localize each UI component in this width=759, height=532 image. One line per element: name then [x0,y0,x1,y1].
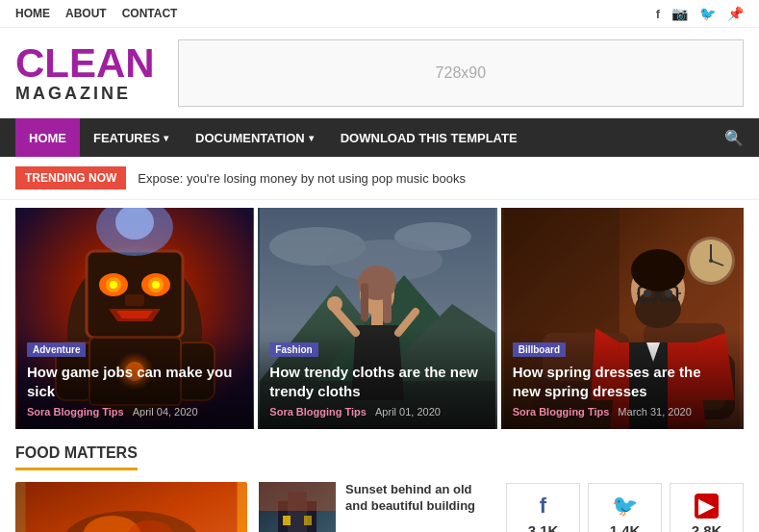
card-2-title: How trendy cloths are the new trendy clo… [269,363,485,400]
nav-download[interactable]: DOWNLOAD THIS TEMPLATE [327,118,531,157]
bottom-section: FOOD MATTERS [0,429,759,532]
card-3-date: March 31, 2020 [618,406,691,418]
card-2-date: April 01, 2020 [375,406,441,418]
facebook-icon[interactable]: f [656,7,660,21]
topnav-about[interactable]: ABOUT [65,7,107,20]
food-grid: Sunset behind an old and beautiful build… [15,482,491,532]
card-1-overlay: Adventure How game jobs can make you sic… [15,329,254,429]
logo-magazine: MAGAZINE [15,84,155,104]
youtube-social-icon: ▶ [695,494,719,519]
twitter-icon[interactable]: 🐦 [699,6,716,21]
svg-rect-29 [361,283,368,321]
card-1-date: April 04, 2020 [133,406,198,418]
card-1-author: Sora Blogging Tips [27,406,124,418]
logo-clean: CLEAN [15,43,155,84]
card-3-category: Billboard [513,342,566,357]
nav-features[interactable]: FEATURES ▾ [80,118,182,157]
card-1-meta: Sora Blogging Tips April 04, 2020 [27,406,242,418]
social-counts: f 3.1K 🐦 1.4K ▶ 2.8K [506,483,744,532]
svg-marker-10 [116,311,153,318]
twitter-count: 1.4K [595,522,655,532]
svg-rect-11 [125,294,144,306]
svg-point-42 [635,290,681,328]
card-2-overlay: Fashion How trendy cloths are the new tr… [258,329,496,429]
svg-point-8 [152,281,160,289]
ad-banner: 728x90 [178,39,744,107]
svg-rect-70 [259,482,336,511]
svg-point-49 [665,290,672,297]
trending-bar: TRENDING NOW Expose: you're losing money… [0,157,759,200]
card-2[interactable]: Fashion How trendy cloths are the new tr… [258,208,496,429]
svg-point-7 [110,281,117,289]
card-2-category: Fashion [269,342,317,357]
svg-point-35 [327,296,342,312]
nav-documentation[interactable]: DOCUMENTATION ▾ [182,118,327,157]
card-3[interactable]: Billboard How spring dresses are the new… [501,208,744,429]
nav-home[interactable]: HOME [15,118,80,157]
top-social: f 📷 🐦 📌 [656,6,744,21]
svg-point-48 [644,290,651,297]
trending-text: Expose: you're losing money by not using… [138,171,466,186]
instagram-icon[interactable]: 📷 [671,6,688,21]
food-item-small: Sunset behind an old and beautiful build… [259,482,491,532]
header: CLEAN MAGAZINE 728x90 [0,28,759,118]
top-bar: HOME ABOUT CONTACT f 📷 🐦 📌 [0,0,759,28]
food-section-title: FOOD MATTERS [15,444,138,470]
main-nav: HOME FEATURES ▾ DOCUMENTATION ▾ DOWNLOAD… [0,118,759,157]
documentation-arrow-icon: ▾ [309,133,314,143]
food-thumb-svg [259,482,336,532]
food-large-svg [15,482,247,532]
topnav-contact[interactable]: CONTACT [122,7,178,20]
food-thumb-image [259,482,336,532]
food-item-title: Sunset behind an old and beautiful build… [345,482,491,515]
card-3-title: How spring dresses are the new spring dr… [513,363,732,400]
card-2-author: Sora Blogging Tips [269,406,367,418]
svg-point-50 [631,249,685,291]
nav-features-label: FEATURES [93,131,160,145]
trending-label: TRENDING NOW [15,166,126,190]
nav-documentation-label: DOCUMENTATION [195,131,305,145]
card-1[interactable]: Adventure How game jobs can make you sic… [15,208,254,429]
svg-rect-69 [304,516,312,525]
youtube-count-box[interactable]: ▶ 2.8K [670,483,744,532]
topnav-home[interactable]: HOME [15,7,50,20]
facebook-count: 3.1K [513,522,573,532]
bottom-left: FOOD MATTERS [15,444,491,532]
bottom-right: f 3.1K 🐦 1.4K ▶ 2.8K [506,444,744,532]
facebook-social-icon: f [513,494,573,519]
cards-grid: Adventure How game jobs can make you sic… [0,208,759,429]
card-3-meta: Sora Blogging Tips March 31, 2020 [513,406,732,418]
card-1-category: Adventure [27,342,86,357]
logo: CLEAN MAGAZINE [15,43,155,104]
food-large-image [15,482,247,532]
features-arrow-icon: ▾ [164,133,168,143]
card-3-author: Sora Blogging Tips [513,406,610,418]
pinterest-icon[interactable]: 📌 [727,6,744,21]
svg-rect-30 [383,280,392,323]
twitter-count-box[interactable]: 🐦 1.4K [588,483,662,532]
search-icon[interactable]: 🔍 [724,129,744,147]
youtube-count: 2.8K [676,522,737,532]
top-nav: HOME ABOUT CONTACT [15,7,177,20]
food-item-text: Sunset behind an old and beautiful build… [345,482,491,515]
card-1-title: How game jobs can make you sick [27,363,242,400]
svg-rect-31 [371,312,383,325]
svg-rect-68 [283,516,291,525]
facebook-count-box[interactable]: f 3.1K [506,483,580,532]
card-2-meta: Sora Blogging Tips April 01, 2020 [269,406,485,418]
twitter-social-icon: 🐦 [595,494,655,519]
card-3-overlay: Billboard How spring dresses are the new… [501,329,744,429]
